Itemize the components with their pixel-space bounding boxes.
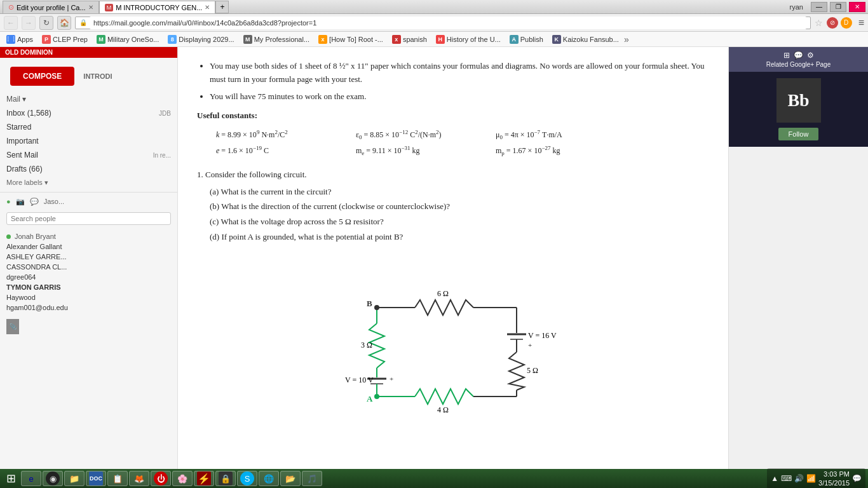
bookmark-howto[interactable]: x [How To] Root -... xyxy=(315,34,387,45)
bookmark-history-label: History of the U... xyxy=(447,36,501,43)
bookmark-howto-label: [How To] Root -... xyxy=(329,36,383,43)
right-panel-header: ⊞ 💬 ⚙ Related Google+ Page xyxy=(729,47,868,72)
right-panel-icons: ⊞ 💬 ⚙ xyxy=(735,51,862,60)
firefox-icon: 🦊 xyxy=(132,471,146,485)
forward-button[interactable]: → xyxy=(22,16,36,30)
bb-logo: Bb xyxy=(776,78,821,123)
taskbar-ie[interactable]: e xyxy=(21,471,41,486)
contact-alexander[interactable]: Alexander Gallant xyxy=(6,241,171,252)
mail-toggle[interactable]: Mail ▾ xyxy=(6,95,26,104)
spanish-favicon: x xyxy=(392,35,401,44)
taskbar-skype[interactable]: S xyxy=(237,471,257,486)
drafts-item[interactable]: Drafts (66) xyxy=(0,162,177,176)
tray-volume[interactable]: 🔊 xyxy=(794,474,804,483)
bookmark-history[interactable]: H History of the U... xyxy=(432,34,505,45)
question-1-title: 1. Consider the following circuit. xyxy=(197,168,709,182)
more-labels-button[interactable]: More labels ▾ xyxy=(0,176,177,189)
bookmark-my-professional[interactable]: M My Professional... xyxy=(240,34,313,45)
starred-item[interactable]: Starred xyxy=(0,120,177,134)
bookmark-kaizoku[interactable]: K Kaizoku Fansub... xyxy=(548,34,623,45)
restore-button[interactable]: ❐ xyxy=(830,2,846,12)
contact-jonah[interactable]: Jonah Bryant xyxy=(6,231,171,241)
contact-name: Jonah Bryant xyxy=(15,233,56,240)
bookmark-publish[interactable]: A Publish xyxy=(506,34,547,45)
tray-chevron[interactable]: ▲ xyxy=(771,474,778,483)
taskbar-power[interactable]: ⏻ xyxy=(151,471,171,486)
tray-keyboard[interactable]: ⌨ xyxy=(781,474,792,483)
useful-constants-title: Useful constants: xyxy=(197,109,709,123)
blackboard-section: Bb Follow xyxy=(729,72,868,147)
apps-favicon: ⋮⋮ xyxy=(6,35,15,44)
important-label: Important xyxy=(6,137,39,146)
close-icon[interactable]: ✕ xyxy=(205,4,210,11)
sub-q-b: (b) What is the direction of the current… xyxy=(210,200,709,214)
compose-button[interactable]: COMPOSE xyxy=(10,67,74,86)
sub-q-c: (c) What is the voltage drop across the … xyxy=(210,215,709,229)
new-tab-button[interactable]: + xyxy=(215,1,229,13)
tray-notification[interactable]: 💬 xyxy=(852,474,862,483)
search-people-input[interactable] xyxy=(6,212,171,225)
minimize-button[interactable]: — xyxy=(811,2,827,12)
bookmark-military[interactable]: M Military OneSo... xyxy=(93,34,163,45)
taskbar-word[interactable]: DOC xyxy=(86,471,106,486)
browser-menu-button[interactable]: ≡ xyxy=(858,17,864,29)
jason-label: Jaso... xyxy=(44,198,64,206)
tab-gmail-profile[interactable]: ⊙ Edit your profile | Ca... ✕ xyxy=(3,1,99,13)
taskbar-flower[interactable]: 🌸 xyxy=(172,471,193,486)
taskbar-files[interactable]: 📁 xyxy=(64,471,85,486)
taskbar-media2[interactable]: 🎵 xyxy=(302,471,322,486)
title-bar: ⊙ Edit your profile | Ca... ✕ M M INTROD… xyxy=(0,0,868,14)
mail-label: Mail ▾ xyxy=(0,92,177,106)
contact-hgam[interactable]: hgam001@odu.edu xyxy=(6,302,171,313)
video-icon[interactable]: 📷 xyxy=(16,198,25,206)
idm-icon[interactable]: D xyxy=(841,17,852,29)
bookmark-displaying-label: Displaying 2029... xyxy=(179,36,234,43)
settings-icon-right[interactable]: ⚙ xyxy=(807,51,814,60)
bookmark-displaying[interactable]: 8 Displaying 2029... xyxy=(164,34,238,45)
adblock-icon[interactable]: ⊘ xyxy=(827,17,838,29)
user-name: ryan xyxy=(790,3,803,11)
starred-label: Starred xyxy=(6,123,31,132)
contact-tymon[interactable]: TYMON GARRIS xyxy=(6,282,171,292)
close-icon[interactable]: ✕ xyxy=(88,4,93,11)
home-button[interactable]: 🏠 xyxy=(57,16,71,30)
follow-button[interactable]: Follow xyxy=(778,128,819,140)
address-input[interactable] xyxy=(90,17,806,29)
media-icon: ◉ xyxy=(46,471,60,485)
close-button[interactable]: ✕ xyxy=(849,2,865,12)
contact-haywood[interactable]: Haywood xyxy=(6,292,171,302)
bookmark-apps[interactable]: ⋮⋮ Apps xyxy=(3,34,37,45)
taskbar-media[interactable]: ◉ xyxy=(43,471,63,486)
bookmark-clep[interactable]: P CLEP Prep xyxy=(38,34,92,45)
taskbar-clipboard[interactable]: 📋 xyxy=(107,471,128,486)
taskbar-explorer[interactable]: 📂 xyxy=(280,471,301,486)
contact-cassondra[interactable]: CASSONDRA CL... xyxy=(6,262,171,272)
taskbar-firefox[interactable]: 🦊 xyxy=(129,471,149,486)
contact-ashley[interactable]: ASHLEY GARRE... xyxy=(6,252,171,262)
ie-icon: e xyxy=(24,471,38,485)
contact-dgree[interactable]: dgree064 xyxy=(6,272,171,282)
bookmarks-more-button[interactable]: » xyxy=(624,34,629,44)
taskbar-lock[interactable]: 🔒 xyxy=(215,471,236,486)
inbox-item[interactable]: Inbox (1,568) JDB xyxy=(0,106,177,120)
start-button[interactable]: ⊞ xyxy=(3,471,20,485)
old-dominion-header: OLD DOMINION xyxy=(0,47,177,58)
chat-icon-right[interactable]: 💬 xyxy=(794,51,803,60)
back-button[interactable]: ← xyxy=(4,16,18,30)
chat-icon[interactable]: 💬 xyxy=(30,198,39,206)
folder-icon: 📁 xyxy=(67,471,81,485)
svg-point-22 xyxy=(374,305,379,310)
taskbar-chrome[interactable]: 🌐 xyxy=(259,471,279,486)
sent-item[interactable]: Sent Mail In re... xyxy=(0,148,177,162)
email-content-area: You may use both sides of 1 sheet of 8 ½… xyxy=(178,47,868,469)
tray-network[interactable]: 📶 xyxy=(806,474,816,483)
taskbar-lightning[interactable]: ⚡ xyxy=(194,471,214,486)
refresh-button[interactable]: ↻ xyxy=(39,16,53,30)
jdb-label: JDB xyxy=(159,110,171,117)
bookmark-spanish[interactable]: x spanish xyxy=(388,34,431,45)
tab-introductory[interactable]: M M INTRODUCTORY GEN... ✕ xyxy=(99,1,216,13)
window-controls: ryan — ❐ ✕ xyxy=(790,2,865,12)
grid-icon[interactable]: ⊞ xyxy=(783,51,790,60)
important-item[interactable]: Important xyxy=(0,134,177,148)
bookmark-star-icon[interactable]: ☆ xyxy=(815,18,823,28)
